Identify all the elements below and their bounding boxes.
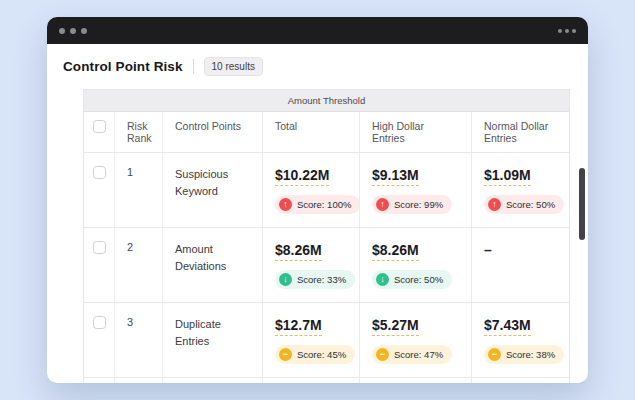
risk-rank: 4 <box>114 378 162 383</box>
table-header-row: Risk Rank Control Points Total High Doll… <box>84 112 569 152</box>
cell-select <box>84 228 114 302</box>
trend-down-icon: ↓ <box>376 273 389 286</box>
control-point-risk-table: Amount Threshold Risk Rank Control Point… <box>83 89 570 383</box>
table-row: 1 Suspicious Keyword $10.22M ↑ Score: 10… <box>84 152 569 227</box>
control-point-name: Suspicious Keyword <box>162 153 262 227</box>
control-point-name: Amount Deviations <box>162 228 262 302</box>
cell-high-dollar: $5.27M − Score: 47% <box>359 303 471 377</box>
cell-total: $4.15M ↑ Score: 91% <box>262 378 359 383</box>
window-titlebar <box>47 17 588 44</box>
table-row: 3 Duplicate Entries $12.7M − Score: 45% … <box>84 302 569 377</box>
high-dollar-amount[interactable]: $8.26M <box>372 242 419 261</box>
divider <box>193 59 194 74</box>
trend-up-icon: ↑ <box>279 198 292 211</box>
normal-dollar-amount[interactable]: $7.43M <box>484 317 531 336</box>
score-badge: ↑ Score: 50% <box>484 195 564 214</box>
score-badge: − Score: 38% <box>484 345 564 364</box>
total-amount[interactable]: $12.7M <box>275 317 322 336</box>
risk-rank: 3 <box>114 303 162 377</box>
score-label: Score: 50% <box>506 199 555 210</box>
cell-total: $10.22M ↑ Score: 100% <box>262 153 359 227</box>
cell-select <box>84 378 114 383</box>
group-header-amount-threshold: Amount Threshold <box>84 90 569 112</box>
cell-normal-dollar: $1.09M ↑ Score: 50% <box>471 153 569 227</box>
trend-neutral-icon: − <box>279 348 292 361</box>
cell-normal-dollar: $7.43M − Score: 38% <box>471 303 569 377</box>
score-label: Score: 45% <box>297 349 346 360</box>
window-control-dot[interactable] <box>70 28 76 34</box>
cell-high-dollar: $4.15M ↑ Score: 91% <box>359 378 471 383</box>
trend-up-icon: ↑ <box>376 198 389 211</box>
trend-neutral-icon: − <box>488 348 501 361</box>
cell-total: $8.26M ↓ Score: 33% <box>262 228 359 302</box>
score-badge: − Score: 45% <box>275 345 355 364</box>
cell-select <box>84 153 114 227</box>
trend-down-icon: ↓ <box>279 273 292 286</box>
score-badge: − Score: 47% <box>372 345 452 364</box>
page-header: Control Point Risk 10 results <box>47 44 588 87</box>
vertical-scrollbar[interactable] <box>579 168 585 240</box>
window-menu-icon[interactable] <box>558 29 576 33</box>
column-header-risk-rank[interactable]: Risk Rank <box>114 112 162 152</box>
cell-high-dollar: $8.26M ↓ Score: 50% <box>359 228 471 302</box>
window-control-dot[interactable] <box>81 28 87 34</box>
control-point-name: Duplicate Entries <box>162 303 262 377</box>
score-badge: ↓ Score: 50% <box>372 270 452 289</box>
score-label: Score: 50% <box>394 274 443 285</box>
total-amount[interactable]: $10.22M <box>275 167 329 186</box>
trend-up-icon: ↑ <box>488 198 501 211</box>
score-label: Score: 33% <box>297 274 346 285</box>
cell-normal-dollar: – <box>471 228 569 302</box>
cell-total: $12.7M − Score: 45% <box>262 303 359 377</box>
cell-high-dollar: $9.13M ↑ Score: 99% <box>359 153 471 227</box>
cell-select <box>84 303 114 377</box>
score-badge: ↑ Score: 99% <box>372 195 452 214</box>
select-all-checkbox[interactable] <box>93 120 106 133</box>
risk-rank: 2 <box>114 228 162 302</box>
window-control-dot[interactable] <box>59 28 65 34</box>
header-cell-select <box>84 112 114 152</box>
row-checkbox[interactable] <box>93 166 106 179</box>
score-badge: ↓ Score: 33% <box>275 270 355 289</box>
score-label: Score: 100% <box>297 199 351 210</box>
score-label: Score: 38% <box>506 349 555 360</box>
row-checkbox[interactable] <box>93 241 106 254</box>
page-title: Control Point Risk <box>63 59 183 74</box>
total-amount[interactable]: $8.26M <box>275 242 322 261</box>
column-header-total[interactable]: Total <box>262 112 359 152</box>
control-point-name: Rare Interactions <box>162 378 262 383</box>
app-window: Control Point Risk 10 results Amount Thr… <box>47 17 588 383</box>
score-label: Score: 99% <box>394 199 443 210</box>
score-badge: ↑ Score: 100% <box>275 195 360 214</box>
results-count-badge: 10 results <box>204 57 263 76</box>
table-row: 2 Amount Deviations $8.26M ↓ Score: 33% … <box>84 227 569 302</box>
column-header-high-dollar-entries[interactable]: High Dollar Entries <box>359 112 471 152</box>
row-checkbox[interactable] <box>93 316 106 329</box>
column-header-normal-dollar-entries[interactable]: Normal Dollar Entries <box>471 112 569 152</box>
high-dollar-amount[interactable]: $5.27M <box>372 317 419 336</box>
normal-dollar-amount[interactable]: $1.09M <box>484 167 531 186</box>
column-header-control-points[interactable]: Control Points <box>162 112 262 152</box>
normal-dollar-amount: – <box>484 242 492 260</box>
high-dollar-amount[interactable]: $9.13M <box>372 167 419 186</box>
score-label: Score: 47% <box>394 349 443 360</box>
trend-neutral-icon: − <box>376 348 389 361</box>
cell-normal-dollar: – <box>471 378 569 383</box>
risk-rank: 1 <box>114 153 162 227</box>
table-row: 4 Rare Interactions $4.15M ↑ Score: 91% … <box>84 377 569 383</box>
window-controls[interactable] <box>59 28 87 34</box>
